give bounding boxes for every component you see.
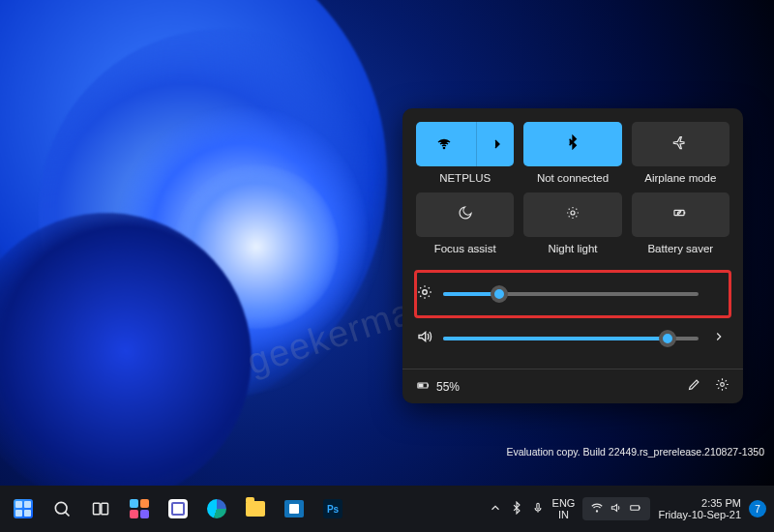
tray-volume-icon	[610, 501, 623, 517]
svg-point-0	[443, 147, 444, 148]
svg-point-11	[597, 511, 598, 512]
brightness-slider[interactable]	[443, 292, 699, 296]
file-explorer-button[interactable]	[238, 491, 273, 526]
volume-slider-row	[416, 316, 729, 361]
start-button[interactable]	[6, 491, 41, 526]
night-light-tile[interactable]	[523, 192, 621, 237]
tray-chevron-icon[interactable]	[489, 501, 502, 517]
battery-saver-tile[interactable]	[632, 192, 729, 237]
night-light-icon	[565, 205, 580, 224]
wifi-label: NETPLUS	[439, 172, 491, 185]
clock[interactable]: 2:35 PM Friday-10-Sep-21	[658, 497, 741, 520]
airplane-mode-label: Airplane mode	[644, 172, 716, 185]
svg-point-3	[423, 290, 428, 295]
moon-icon	[458, 205, 473, 224]
wifi-icon	[416, 122, 472, 166]
svg-rect-10	[536, 503, 538, 509]
brightness-icon	[416, 283, 433, 305]
system-tray-group[interactable]	[582, 497, 650, 520]
photoshop-button[interactable]: Ps	[315, 491, 350, 526]
battery-icon	[416, 378, 431, 396]
svg-rect-2	[674, 210, 684, 215]
volume-icon	[416, 328, 433, 349]
focus-assist-tile[interactable]	[416, 192, 514, 237]
edge-button[interactable]	[199, 491, 234, 526]
edit-quick-settings-button[interactable]	[687, 377, 701, 396]
microsoft-store-button[interactable]	[277, 491, 312, 526]
svg-point-6	[721, 383, 725, 387]
battery-leaf-icon	[672, 205, 688, 224]
tray-battery-icon	[629, 501, 642, 517]
taskbar: Ps ENG IN 2:35 PM Friday-10-Sep-21 7	[0, 486, 774, 532]
evaluation-copy-text: Evaluation copy. Build 22449.rs_prerelea…	[506, 447, 764, 458]
airplane-mode-tile[interactable]	[632, 122, 729, 166]
notification-badge[interactable]: 7	[749, 500, 766, 517]
battery-percent-text: 55%	[436, 380, 460, 394]
volume-slider[interactable]	[443, 337, 699, 340]
bluetooth-label: Not connected	[537, 172, 609, 185]
svg-rect-5	[419, 383, 424, 387]
quick-settings-panel: NETPLUS Not connected Airplane mode	[402, 108, 743, 403]
tray-bluetooth-icon[interactable]	[510, 501, 523, 517]
widgets-button[interactable]	[122, 491, 157, 526]
volume-output-select[interactable]	[708, 330, 729, 347]
svg-point-7	[55, 502, 67, 514]
brightness-slider-row	[416, 272, 729, 316]
wifi-expand-icon[interactable]	[481, 122, 514, 166]
svg-point-1	[571, 211, 575, 215]
svg-rect-8	[94, 503, 101, 515]
tray-microphone-icon[interactable]	[531, 501, 545, 517]
night-light-label: Night light	[548, 243, 597, 255]
chat-button[interactable]	[161, 491, 195, 526]
language-indicator[interactable]: ENG IN	[552, 497, 576, 520]
bluetooth-tile[interactable]	[523, 122, 621, 166]
focus-assist-label: Focus assist	[434, 243, 496, 255]
battery-saver-label: Battery saver	[647, 243, 713, 255]
battery-status[interactable]: 55%	[416, 378, 460, 396]
settings-button[interactable]	[715, 377, 729, 396]
airplane-icon	[672, 134, 688, 154]
search-button[interactable]	[45, 491, 79, 526]
task-view-button[interactable]	[83, 491, 118, 526]
bluetooth-icon	[565, 134, 580, 154]
tray-wifi-icon	[590, 501, 604, 517]
svg-rect-12	[631, 506, 640, 511]
wifi-tile[interactable]	[416, 122, 514, 166]
svg-rect-9	[102, 503, 108, 515]
